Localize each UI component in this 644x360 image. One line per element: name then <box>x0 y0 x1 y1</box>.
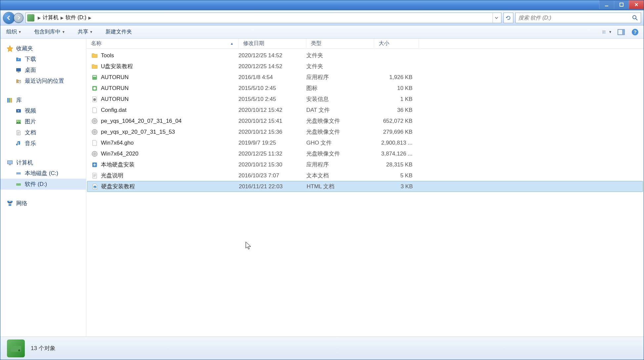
forward-button[interactable] <box>14 13 23 23</box>
file-size: 652,072 KB <box>374 118 417 124</box>
sidebar-item-documents[interactable]: 文档 <box>0 127 86 138</box>
toolbar: 组织 ▼ 包含到库中 ▼ 共享 ▼ 新建文件夹 ▼ <box>0 25 644 39</box>
sidebar-favorites-header[interactable]: 收藏夹 <box>0 43 86 54</box>
file-name: 本地硬盘安装 <box>101 161 135 168</box>
file-list-pane[interactable]: 名称 ▲ 修改日期 类型 大小 Tools2020/12/25 14:52文件夹… <box>86 39 644 337</box>
column-header-name[interactable]: 名称 ▲ <box>86 39 238 48</box>
file-row[interactable]: 本地硬盘安装2020/10/12 15:30应用程序28,315 KB <box>86 159 644 170</box>
svg-rect-5 <box>603 31 603 32</box>
navigation-pane: 收藏夹 下载 桌面 最近访问的位置 库 <box>0 39 86 337</box>
file-row[interactable]: Win7x64_20202020/12/25 11:32光盘映像文件3,874,… <box>86 148 644 159</box>
share-menu[interactable]: 共享 ▼ <box>76 27 95 37</box>
address-dropdown[interactable] <box>493 13 500 23</box>
close-button[interactable] <box>629 0 644 9</box>
column-header-size[interactable]: 大小 <box>374 39 419 48</box>
explorer-window: ▶ 计算机 ▶ 软件 (D:) ▶ 组织 ▼ 包含到库中 ▼ 共享 <box>0 0 644 360</box>
svg-point-35 <box>93 98 96 101</box>
maximize-button[interactable] <box>614 0 629 9</box>
preview-pane-button[interactable] <box>617 27 626 37</box>
breadcrumb-separator: ▶ <box>88 16 91 20</box>
sidebar-item-music[interactable]: 音乐 <box>0 138 86 149</box>
txt-icon <box>91 172 98 179</box>
view-options-button[interactable]: ▼ <box>603 27 612 37</box>
titlebar[interactable] <box>0 0 644 10</box>
sidebar-item-recent[interactable]: 最近访问的位置 <box>0 75 86 86</box>
file-name: U盘安装教程 <box>101 63 133 70</box>
file-type: HTML 文档 <box>307 183 374 190</box>
sidebar-item-label: 本地磁盘 (C:) <box>25 169 58 177</box>
file-row[interactable]: e硬盘安装教程2016/11/21 22:03HTML 文档3 KB <box>87 181 643 192</box>
file-size: 10 KB <box>374 85 417 92</box>
network-label: 网络 <box>16 200 27 207</box>
refresh-button[interactable] <box>503 13 513 23</box>
list-view-icon <box>603 29 607 35</box>
file-row[interactable]: Win7x64.gho2019/9/7 19:25GHO 文件2,900,813… <box>86 137 644 148</box>
sidebar-item-label: 最近访问的位置 <box>25 77 64 85</box>
file-row[interactable]: AUTORUN2015/5/10 2:45图标10 KB <box>86 83 644 94</box>
minimize-button[interactable] <box>599 0 614 9</box>
search-box[interactable] <box>515 13 641 23</box>
drive-icon <box>27 14 34 22</box>
sidebar-item-label: 文档 <box>25 129 36 136</box>
file-date: 2020/10/12 15:41 <box>238 118 306 124</box>
drive-icon <box>15 170 22 177</box>
star-icon <box>6 45 14 52</box>
recent-icon <box>15 77 22 85</box>
svg-point-21 <box>17 120 18 121</box>
documents-icon <box>15 129 22 136</box>
sidebar-network-header[interactable]: 网络 <box>0 198 86 208</box>
file-type: 光盘映像文件 <box>306 150 374 158</box>
organize-menu[interactable]: 组织 ▼ <box>4 27 23 37</box>
file-name: Win7x64_2020 <box>101 151 138 157</box>
sidebar-item-pictures[interactable]: 图片 <box>0 116 86 127</box>
sidebar-computer-header[interactable]: 计算机 <box>0 158 86 168</box>
file-row[interactable]: pe_yqs_1064_20_07_31_16_042020/10/12 15:… <box>86 115 644 126</box>
include-in-library-menu[interactable]: 包含到库中 ▼ <box>32 27 67 37</box>
sidebar-item-videos[interactable]: 视频 <box>0 105 86 116</box>
sidebar-libraries-header[interactable]: 库 <box>0 95 86 105</box>
file-row[interactable]: AUTORUN2015/5/10 2:45安装信息1 KB <box>86 94 644 105</box>
address-bar[interactable]: ▶ 计算机 ▶ 软件 (D:) ▶ <box>25 13 501 23</box>
svg-rect-6 <box>604 32 605 32</box>
sidebar-item-desktop[interactable]: 桌面 <box>0 65 86 75</box>
file-type: GHO 文件 <box>306 139 374 147</box>
sort-ascending-icon: ▲ <box>230 42 234 45</box>
file-name: Config.dat <box>101 107 127 113</box>
sidebar-item-label: 下载 <box>25 55 36 63</box>
navbar: ▶ 计算机 ▶ 软件 (D:) ▶ <box>0 10 644 25</box>
file-size: 2,900,813 ... <box>374 140 417 146</box>
breadcrumb-root[interactable]: 计算机 <box>43 14 59 21</box>
back-button[interactable] <box>3 12 15 24</box>
breadcrumb-path[interactable]: 软件 (D:) <box>65 14 86 21</box>
column-header-type[interactable]: 类型 <box>306 39 374 48</box>
column-header-date[interactable]: 修改日期 <box>238 39 306 48</box>
sidebar-item-label: 图片 <box>25 118 36 125</box>
file-date: 2016/1/8 4:54 <box>238 74 306 81</box>
file-name: pe_yqs_xp_20_07_31_15_53 <box>101 129 175 135</box>
svg-rect-27 <box>16 183 21 186</box>
help-button[interactable]: ? <box>630 27 640 37</box>
sidebar-item-drive-c[interactable]: 本地磁盘 (C:) <box>0 168 86 179</box>
forward-icon <box>17 16 21 20</box>
file-row[interactable]: Tools2020/12/25 14:52文件夹 <box>86 50 644 61</box>
file-date: 2020/12/25 14:52 <box>238 63 306 70</box>
content-area: 收藏夹 下载 桌面 最近访问的位置 库 <box>0 39 644 337</box>
file-size: 279,696 KB <box>374 129 417 135</box>
svg-rect-17 <box>9 98 10 103</box>
sidebar-item-downloads[interactable]: 下载 <box>0 54 86 65</box>
libraries-icon <box>6 97 14 104</box>
svg-text:?: ? <box>633 29 636 35</box>
search-input[interactable] <box>518 15 632 21</box>
file-row[interactable]: U盘安装教程2020/12/25 14:52文件夹 <box>86 61 644 72</box>
file-row[interactable]: 光盘说明2016/10/23 7:07文本文档5 KB <box>86 170 644 181</box>
sidebar-item-drive-d[interactable]: 软件 (D:) <box>0 179 86 190</box>
refresh-icon <box>506 15 511 21</box>
file-date: 2020/10/12 15:30 <box>238 161 306 168</box>
file-row[interactable]: Config.dat2020/10/12 15:42DAT 文件36 KB <box>86 105 644 115</box>
svg-point-46 <box>18 349 20 351</box>
drive-icon <box>15 181 22 188</box>
file-row[interactable]: AUTORUN2016/1/8 4:54应用程序1,926 KB <box>86 72 644 83</box>
new-folder-button[interactable]: 新建文件夹 <box>104 27 134 37</box>
file-row[interactable]: pe_yqs_xp_20_07_31_15_532020/10/12 15:36… <box>86 126 644 137</box>
exe-icon <box>91 74 98 81</box>
